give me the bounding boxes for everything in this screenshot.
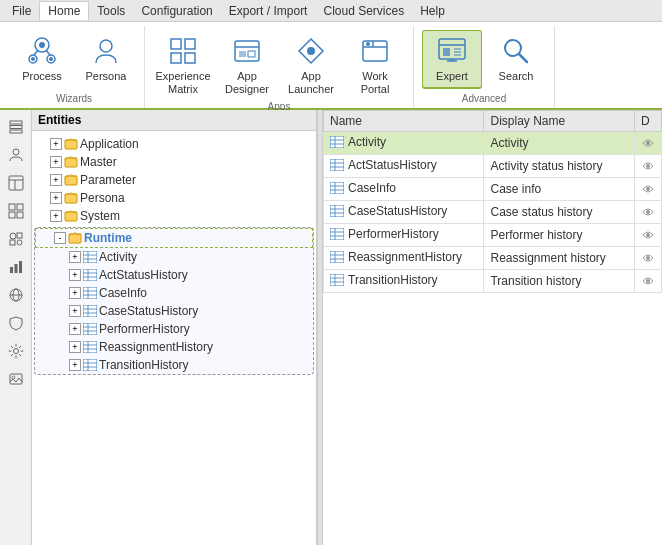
ribbon-btn-expert[interactable]: Expert [422, 30, 482, 89]
tree-toggle-persona[interactable]: + [50, 192, 62, 204]
tree-toggle-performerhistory[interactable]: + [69, 323, 81, 335]
sidebar-icon-shapes[interactable] [3, 226, 29, 252]
col-header-name[interactable]: Name [324, 111, 484, 132]
svg-point-114 [646, 233, 650, 237]
sidebar-icon-settings[interactable] [3, 338, 29, 364]
menu-help[interactable]: Help [412, 2, 453, 20]
tree-panel: Entities + Application + Master [32, 110, 317, 545]
tree-toggle-transitionhistory[interactable]: + [69, 359, 81, 371]
sidebar-icon-globe[interactable] [3, 282, 29, 308]
svg-rect-22 [439, 39, 465, 59]
col-header-display-name[interactable]: Display Name [484, 111, 634, 132]
tree-toggle-system[interactable]: + [50, 210, 62, 222]
main-area: Entities + Application + Master [0, 110, 662, 545]
ribbon-btn-persona[interactable]: Persona [76, 30, 136, 88]
svg-rect-49 [19, 261, 22, 273]
sidebar-icon-shield[interactable] [3, 310, 29, 336]
tree-item-transitionhistory[interactable]: + TransitionHistory [35, 356, 313, 374]
ribbon-btn-process[interactable]: Process [12, 30, 72, 88]
tree-item-application[interactable]: + Application [32, 135, 316, 153]
svg-rect-12 [185, 53, 195, 63]
tree-item-reassignmenthistory[interactable]: + ReassignmentHistory [35, 338, 313, 356]
sidebar-icon-layout[interactable] [3, 170, 29, 196]
tree-item-actstatushistory[interactable]: + ActStatusHistory [35, 266, 313, 284]
svg-rect-60 [65, 212, 77, 221]
tree-toggle-parameter[interactable]: + [50, 174, 62, 186]
table-cell-name: ActStatusHistory [324, 155, 484, 178]
persona-entity-icon [64, 191, 78, 205]
app-designer-icon [231, 35, 263, 67]
ribbon-section-wizards: Process Persona Wizards [4, 26, 145, 108]
ribbon-btn-app-launcher[interactable]: App Launcher [281, 30, 341, 101]
tree-label-actstatushistory: ActStatusHistory [99, 268, 188, 282]
tree-toggle-reassignmenthistory[interactable]: + [69, 341, 81, 353]
table-row[interactable]: Activity Activity [324, 132, 662, 155]
tree-content: + Application + Master + [32, 131, 316, 381]
table-row[interactable]: CaseStatusHistory Case status history [324, 201, 662, 224]
svg-line-3 [34, 50, 38, 55]
table-row[interactable]: ActStatusHistory Activity status history [324, 155, 662, 178]
menu-configuration[interactable]: Configuration [133, 2, 220, 20]
table-row[interactable]: TransitionHistory Transition history [324, 270, 662, 293]
table-row[interactable]: CaseInfo Case info [324, 178, 662, 201]
performerhistory-table-icon [83, 322, 97, 336]
tree-toggle-activity[interactable]: + [69, 251, 81, 263]
tree-item-casestatushistory[interactable]: + CaseStatusHistory [35, 302, 313, 320]
ribbon-btn-work-portal-label: Work Portal [350, 70, 400, 96]
tree-label-performerhistory: PerformerHistory [99, 322, 190, 336]
tree-label-application: Application [80, 137, 139, 151]
tree-item-runtime[interactable]: - Runtime [35, 228, 313, 248]
table-cell-name: Activity [324, 132, 484, 155]
tree-item-persona[interactable]: + Persona [32, 189, 316, 207]
ribbon-btn-search-label: Search [499, 70, 534, 83]
ribbon-btn-experience-matrix[interactable]: Experience Matrix [153, 30, 213, 101]
svg-rect-41 [9, 212, 15, 218]
sidebar-icon-grid[interactable] [3, 198, 29, 224]
tree-item-performerhistory[interactable]: + PerformerHistory [35, 320, 313, 338]
table-cell-display-name: Activity [484, 132, 634, 155]
tree-item-caseinfo[interactable]: + CaseInfo [35, 284, 313, 302]
tree-item-system[interactable]: + System [32, 207, 316, 225]
tree-toggle-actstatushistory[interactable]: + [69, 269, 81, 281]
ribbon-btn-app-designer[interactable]: App Designer [217, 30, 277, 101]
sidebar-icon-image[interactable] [3, 366, 29, 392]
tree-item-parameter[interactable]: + Parameter [32, 171, 316, 189]
menu-file[interactable]: File [4, 2, 39, 20]
tree-item-master[interactable]: + Master [32, 153, 316, 171]
table-row[interactable]: ReassignmentHistory Reassignment history [324, 247, 662, 270]
menu-export-import[interactable]: Export / Import [221, 2, 316, 20]
sidebar-icon-person[interactable] [3, 142, 29, 168]
col-header-d[interactable]: D [634, 111, 661, 132]
svg-rect-48 [14, 264, 17, 273]
svg-rect-66 [83, 269, 97, 281]
table-cell-name: CaseInfo [324, 178, 484, 201]
sidebar-icon-chart[interactable] [3, 254, 29, 280]
tree-toggle-runtime[interactable]: - [54, 232, 66, 244]
tree-toggle-application[interactable]: + [50, 138, 62, 150]
ribbon: Process Persona Wizards [0, 22, 662, 110]
runtime-group: - Runtime + Activity [34, 227, 314, 375]
tree-toggle-master[interactable]: + [50, 156, 62, 168]
tree-item-activity[interactable]: + Activity [35, 248, 313, 266]
tree-toggle-caseinfo[interactable]: + [69, 287, 81, 299]
app-launcher-icon [295, 35, 327, 67]
ribbon-btn-process-label: Process [22, 70, 62, 83]
svg-rect-36 [9, 176, 23, 190]
svg-rect-62 [83, 251, 97, 263]
ribbon-btn-search[interactable]: Search [486, 30, 546, 88]
ribbon-wizards-buttons: Process Persona [12, 26, 136, 93]
tree-toggle-casestatushistory[interactable]: + [69, 305, 81, 317]
menu-cloud-services[interactable]: Cloud Services [315, 2, 412, 20]
svg-point-35 [13, 149, 19, 155]
table-cell-d [634, 224, 661, 247]
table-cell-name: TransitionHistory [324, 270, 484, 293]
table-row[interactable]: PerformerHistory Performer history [324, 224, 662, 247]
svg-rect-57 [65, 158, 77, 167]
content-panel: Name Display Name D Activity Activity Ac… [323, 110, 662, 545]
menu-tools[interactable]: Tools [89, 2, 133, 20]
menu-home[interactable]: Home [39, 1, 89, 20]
ribbon-btn-work-portal[interactable]: Work Portal [345, 30, 405, 101]
svg-rect-100 [330, 182, 344, 194]
sidebar-icon-layers[interactable] [3, 114, 29, 140]
tree-label-caseinfo: CaseInfo [99, 286, 147, 300]
